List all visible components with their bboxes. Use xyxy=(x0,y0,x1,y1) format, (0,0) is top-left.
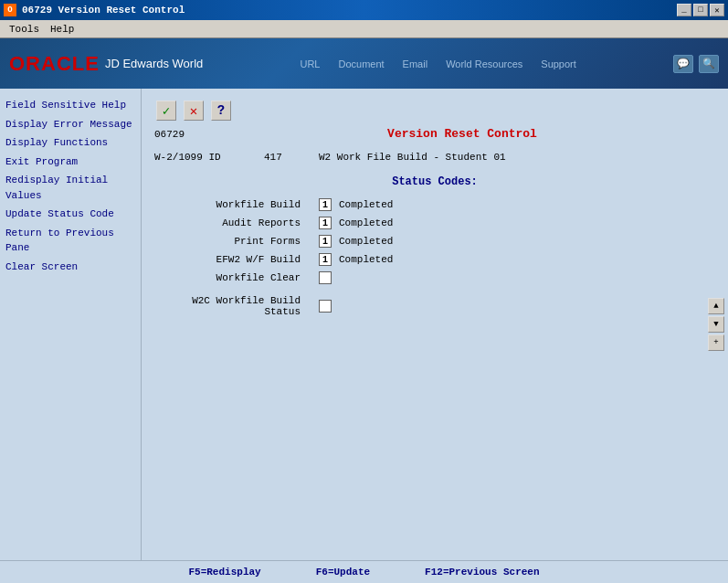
search-icon-button[interactable]: 🔍 xyxy=(699,55,719,73)
status-row-print-forms: Print Forms 1 Completed xyxy=(154,234,715,249)
sidebar-item-redisplay-initial-values[interactable]: Redisplay Initial Values xyxy=(0,171,141,205)
title-bar: O 06729 Version Reset Control _ □ ✕ xyxy=(0,0,728,20)
header-nav: URL Document Email World Resources Suppo… xyxy=(300,58,575,69)
minimize-button[interactable]: _ xyxy=(677,4,691,16)
status-label-workfile-build: Workfile Build xyxy=(154,199,319,210)
status-checkbox-workfile-build[interactable]: 1 xyxy=(319,198,332,211)
nav-support[interactable]: Support xyxy=(541,58,576,69)
status-label-workfile-clear: Workfile Clear xyxy=(154,272,319,283)
sidebar-item-display-functions[interactable]: Display Functions xyxy=(0,133,141,153)
zoom-button[interactable]: + xyxy=(708,334,724,351)
toolbar: ✓ ✕ ? xyxy=(151,94,719,127)
app-icon: O xyxy=(4,4,16,16)
status-checkbox-w2c-build[interactable] xyxy=(319,300,332,313)
x-icon: ✕ xyxy=(190,103,197,119)
status-value-efw2-build: Completed xyxy=(339,254,393,265)
record-description: W2 Work File Build - Student 01 xyxy=(319,152,506,163)
menu-help[interactable]: Help xyxy=(45,23,79,36)
jde-brand-text: JD Edwards World xyxy=(105,57,203,70)
sidebar-item-clear-screen[interactable]: Clear Screen xyxy=(0,258,141,277)
scroll-up-button[interactable]: ▲ xyxy=(708,298,724,314)
status-codes-section: Status Codes: Workfile Build 1 Completed… xyxy=(154,175,715,318)
help-button[interactable]: ? xyxy=(211,101,231,121)
status-section-header: Status Codes: xyxy=(154,175,715,188)
form-id: 06729 xyxy=(154,129,209,140)
content-area: ✓ ✕ ? 06729 Version Reset Control W-2/10… xyxy=(142,89,728,560)
f6-update[interactable]: F6=Update xyxy=(316,567,370,578)
header-icon-group: 💬 🔍 xyxy=(673,55,719,73)
status-label-w2c-build: W2C Workfile Build Status xyxy=(154,295,319,317)
status-checkbox-efw2-build[interactable]: 1 xyxy=(319,253,332,266)
check-icon: ✓ xyxy=(163,103,170,119)
status-value-workfile-build: Completed xyxy=(339,199,393,210)
sidebar-item-display-error-message[interactable]: Display Error Message xyxy=(0,115,141,134)
question-icon: ? xyxy=(217,103,225,118)
form-title: Version Reset Control xyxy=(209,127,715,141)
oracle-header: ORACLE JD Edwards World URL Document Ema… xyxy=(0,38,728,89)
window-title: 06729 Version Reset Control xyxy=(22,5,185,16)
sidebar-item-update-status-code[interactable]: Update Status Code xyxy=(0,205,141,224)
sidebar: Field Sensitive Help Display Error Messa… xyxy=(0,89,142,560)
status-row-efw2-build: EFW2 W/F Build 1 Completed xyxy=(154,252,715,267)
status-row-w2c-build: W2C Workfile Build Status xyxy=(154,294,715,318)
sidebar-item-exit-program[interactable]: Exit Program xyxy=(0,153,141,172)
status-checkbox-workfile-clear[interactable] xyxy=(319,271,332,284)
record-number: 417 xyxy=(264,152,319,163)
status-label-print-forms: Print Forms xyxy=(154,236,319,247)
record-id-label: W-2/1099 ID xyxy=(154,152,264,163)
status-value-audit-reports: Completed xyxy=(339,217,393,228)
menu-bar: Tools Help xyxy=(0,20,728,38)
scroll-down-button[interactable]: ▼ xyxy=(708,316,724,333)
status-bar: F5=Redisplay F6=Update F12=Previous Scre… xyxy=(0,560,728,583)
f12-previous-screen[interactable]: F12=Previous Screen xyxy=(425,567,539,578)
oracle-logo: ORACLE JD Edwards World xyxy=(9,52,203,76)
sidebar-item-return-to-previous-pane[interactable]: Return to Previous Pane xyxy=(0,224,141,258)
chat-icon-button[interactable]: 💬 xyxy=(673,55,693,73)
status-row-workfile-clear: Workfile Clear xyxy=(154,270,715,285)
oracle-brand-text: ORACLE xyxy=(9,52,100,76)
nav-document[interactable]: Document xyxy=(338,58,384,69)
status-checkbox-audit-reports[interactable]: 1 xyxy=(319,217,332,229)
record-line: W-2/1099 ID 417 W2 Work File Build - Stu… xyxy=(154,150,715,164)
nav-url[interactable]: URL xyxy=(300,58,320,69)
close-button[interactable]: ✕ xyxy=(710,4,724,16)
maximize-button[interactable]: □ xyxy=(693,4,708,16)
status-row-audit-reports: Audit Reports 1 Completed xyxy=(154,216,715,230)
confirm-button[interactable]: ✓ xyxy=(156,101,176,121)
status-label-efw2-build: EFW2 W/F Build xyxy=(154,254,319,265)
scroll-buttons: ▲ ▼ + xyxy=(708,298,724,351)
main-layout: Field Sensitive Help Display Error Messa… xyxy=(0,89,728,560)
cancel-button[interactable]: ✕ xyxy=(184,101,204,121)
window-controls[interactable]: _ □ ✕ xyxy=(677,4,724,16)
sidebar-item-field-sensitive-help[interactable]: Field Sensitive Help xyxy=(0,96,141,115)
nav-world-resources[interactable]: World Resources xyxy=(446,58,522,69)
status-row-workfile-build: Workfile Build 1 Completed xyxy=(154,197,715,212)
form-header: 06729 Version Reset Control xyxy=(151,127,719,141)
status-label-audit-reports: Audit Reports xyxy=(154,217,319,228)
f5-redisplay[interactable]: F5=Redisplay xyxy=(188,567,260,578)
menu-tools[interactable]: Tools xyxy=(4,23,45,36)
status-value-print-forms: Completed xyxy=(339,236,393,247)
status-checkbox-print-forms[interactable]: 1 xyxy=(319,235,332,248)
nav-email[interactable]: Email xyxy=(403,58,428,69)
